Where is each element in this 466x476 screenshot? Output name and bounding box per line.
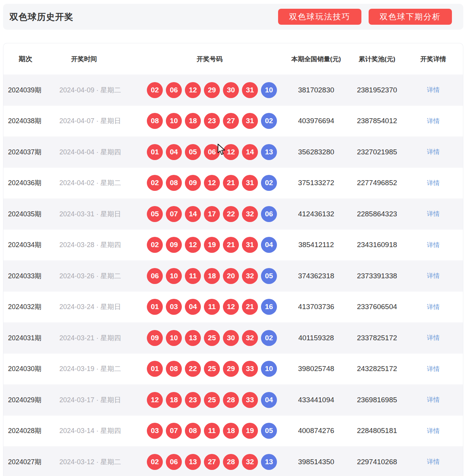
table-row: 2024038期2024-04-07 · 星期日0810182327310240… — [3, 106, 463, 137]
red-ball: 29 — [223, 361, 239, 377]
red-ball: 31 — [242, 237, 258, 253]
red-ball: 19 — [242, 423, 258, 439]
period-cell: 2024033期 — [3, 271, 57, 281]
blue-ball: 05 — [261, 268, 277, 284]
jackpot-cell: 2337606504 — [350, 303, 404, 311]
jackpot-cell: 2387854012 — [350, 117, 404, 125]
next-draw-analysis-button[interactable]: 双色球下期分析 — [369, 9, 452, 25]
red-ball: 30 — [223, 330, 239, 346]
red-ball: 32 — [242, 206, 258, 222]
table-row: 2024037期2024-04-04 · 星期四0104050612141335… — [3, 136, 463, 168]
blue-ball: 13 — [261, 144, 277, 160]
detail-link[interactable]: 详情 — [427, 272, 440, 279]
red-ball: 28 — [223, 454, 239, 470]
detail-cell: 详情 — [404, 271, 463, 280]
red-ball: 11 — [204, 299, 220, 315]
draw-date-cell: 2024-03-26 · 星期二 — [57, 271, 137, 281]
period-cell: 2024037期 — [3, 148, 57, 157]
red-ball: 21 — [242, 299, 258, 315]
blue-ball: 10 — [261, 361, 277, 377]
red-ball: 31 — [242, 82, 258, 98]
red-ball: 14 — [185, 206, 201, 222]
red-ball: 28 — [223, 392, 239, 408]
table-row: 2024035期2024-03-31 · 星期日0507141722320641… — [3, 198, 463, 230]
detail-cell: 详情 — [404, 241, 463, 249]
blue-ball: 16 — [261, 299, 277, 315]
table-body: 2024039期2024-04-09 · 星期二0206122930311038… — [3, 75, 463, 476]
red-ball: 13 — [185, 330, 201, 346]
detail-cell: 详情 — [404, 86, 463, 94]
red-ball: 22 — [223, 206, 239, 222]
sales-cell: 413703736 — [282, 303, 350, 311]
numbers-cell: 01030411122116 — [137, 299, 282, 315]
detail-link[interactable]: 详情 — [427, 117, 440, 125]
period-cell: 2024029期 — [3, 395, 57, 405]
detail-link[interactable]: 详情 — [427, 241, 440, 249]
red-ball: 25 — [204, 392, 220, 408]
page-title: 双色球历史开奖 — [10, 11, 73, 23]
detail-link[interactable]: 详情 — [427, 148, 440, 155]
detail-cell: 详情 — [404, 333, 463, 342]
red-ball: 19 — [204, 237, 220, 253]
sales-cell: 381702830 — [282, 86, 350, 94]
detail-link[interactable]: 详情 — [427, 210, 440, 217]
red-ball: 05 — [185, 144, 201, 160]
sales-cell: 375133272 — [282, 179, 350, 187]
red-ball: 32 — [242, 268, 258, 284]
red-ball: 12 — [185, 82, 201, 98]
red-ball: 31 — [242, 113, 258, 129]
red-ball: 08 — [166, 175, 182, 191]
red-ball: 04 — [166, 144, 182, 160]
page-header: 双色球历史开奖 双色球玩法技巧 双色球下期分析 — [3, 4, 463, 30]
detail-link[interactable]: 详情 — [427, 396, 440, 403]
jackpot-cell: 2337825172 — [350, 334, 404, 342]
jackpot-cell: 2432825172 — [350, 365, 404, 373]
draw-date-cell: 2024-04-02 · 星期二 — [57, 178, 137, 187]
numbers-cell: 09101325303202 — [137, 330, 282, 346]
column-header-numbers: 开奖号码 — [137, 55, 282, 63]
table-row: 2024030期2024-03-19 · 星期二0108222529331039… — [3, 354, 463, 385]
play-tips-button[interactable]: 双色球玩法技巧 — [278, 9, 361, 25]
jackpot-cell: 2369816985 — [350, 396, 404, 404]
red-ball: 33 — [242, 392, 258, 408]
red-ball: 07 — [166, 423, 182, 439]
detail-link[interactable]: 详情 — [427, 303, 440, 311]
period-cell: 2024039期 — [3, 86, 57, 95]
blue-ball: 02 — [261, 175, 277, 191]
period-cell: 2024030期 — [3, 364, 57, 373]
detail-link[interactable]: 详情 — [427, 86, 440, 94]
period-cell: 2024028期 — [3, 426, 57, 435]
sales-cell: 401159328 — [282, 334, 350, 342]
red-ball: 22 — [185, 361, 201, 377]
red-ball: 06 — [166, 82, 182, 98]
detail-link[interactable]: 详情 — [427, 458, 440, 465]
jackpot-cell: 2285864323 — [350, 210, 404, 218]
red-ball: 21 — [223, 237, 239, 253]
red-ball: 02 — [147, 454, 163, 470]
detail-cell: 详情 — [404, 457, 463, 466]
draw-date-cell: 2024-03-31 · 星期日 — [57, 209, 137, 219]
detail-link[interactable]: 详情 — [427, 179, 440, 187]
column-header-detail: 开奖详情 — [404, 55, 463, 63]
detail-cell: 详情 — [404, 395, 463, 404]
blue-ball: 13 — [261, 454, 277, 470]
red-ball: 32 — [242, 330, 258, 346]
table-row: 2024034期2024-03-28 · 星期四0209121921310438… — [3, 230, 463, 261]
header-buttons: 双色球玩法技巧 双色球下期分析 — [278, 9, 452, 25]
red-ball: 18 — [223, 423, 239, 439]
detail-link[interactable]: 详情 — [427, 427, 440, 435]
red-ball: 01 — [147, 144, 163, 160]
period-cell: 2024038期 — [3, 116, 57, 125]
red-ball: 12 — [223, 299, 239, 315]
numbers-cell: 03070811181905 — [137, 423, 282, 439]
detail-link[interactable]: 详情 — [427, 365, 440, 373]
jackpot-cell: 2277496852 — [350, 179, 404, 187]
detail-link[interactable]: 详情 — [427, 334, 440, 341]
red-ball: 10 — [166, 268, 182, 284]
red-ball: 10 — [166, 330, 182, 346]
sales-cell: 400874276 — [282, 427, 350, 435]
numbers-cell: 05071417223206 — [137, 206, 282, 222]
red-ball: 13 — [185, 454, 201, 470]
numbers-cell: 01082225293310 — [137, 361, 282, 377]
red-ball: 18 — [166, 392, 182, 408]
